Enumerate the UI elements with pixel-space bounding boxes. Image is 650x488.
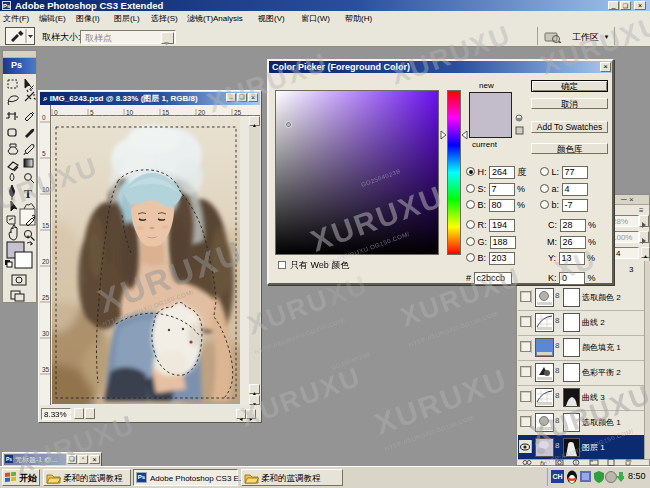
svg-text:0: 0 xyxy=(54,109,58,116)
svg-text:10: 10 xyxy=(126,109,134,116)
svg-text:25: 25 xyxy=(42,294,50,301)
svg-text:10: 10 xyxy=(42,186,50,193)
svg-text:35: 35 xyxy=(42,366,50,373)
svg-text:15: 15 xyxy=(162,109,170,116)
svg-text:T: T xyxy=(24,187,32,201)
svg-text:25: 25 xyxy=(234,109,242,116)
svg-text:30: 30 xyxy=(42,330,50,337)
svg-text:0: 0 xyxy=(42,114,46,121)
svg-text:15: 15 xyxy=(42,222,50,229)
svg-text:20: 20 xyxy=(42,258,50,265)
svg-text:5: 5 xyxy=(90,109,94,116)
svg-text:5: 5 xyxy=(42,150,46,157)
svg-text:20: 20 xyxy=(198,109,206,116)
